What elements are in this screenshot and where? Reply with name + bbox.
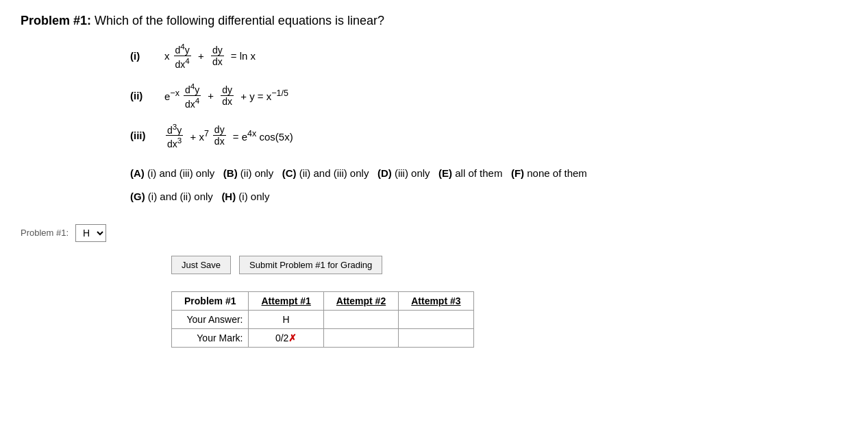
equation-ii: (ii) e−x d4y dx4 + dy dx + y = x−1/5 (130, 82, 847, 109)
table-row-answer: Your Answer: H (172, 310, 474, 328)
table-header-attempt3: Attempt #3 (399, 291, 473, 310)
answers-block: (A) (i) and (iii) only (B) (ii) only (C)… (130, 163, 847, 207)
answer-row-1: (A) (i) and (iii) only (B) (ii) only (C)… (130, 163, 847, 184)
eq-label-i: (i) (130, 50, 164, 62)
your-mark-label: Your Mark: (172, 328, 249, 347)
attempt2-mark (323, 328, 398, 347)
buttons-row: Just Save Submit Problem #1 for Grading (171, 256, 847, 274)
eq-content-i: x d4y dx4 + dy dx = ln x (164, 42, 256, 69)
eq-label-ii: (ii) (130, 90, 164, 101)
problem-title: Problem #1: Which of the following diffe… (21, 14, 847, 28)
attempt3-mark (399, 328, 473, 347)
problem-question: Which of the following differential equa… (95, 14, 384, 27)
your-answer-label: Your Answer: (172, 310, 249, 328)
just-save-button[interactable]: Just Save (171, 256, 231, 274)
table-row-mark: Your Mark: 0/2✗ (172, 328, 474, 347)
equation-i: (i) x d4y dx4 + dy dx = ln x (130, 42, 847, 69)
table-header-attempt2: Attempt #2 (323, 291, 398, 310)
submit-button[interactable]: Submit Problem #1 for Grading (239, 256, 382, 274)
attempt1-answer: H (249, 310, 323, 328)
mark-wrong-icon: ✗ (288, 332, 297, 343)
eq-content-iii: d3y dx3 + x7 dy dx = e4x cos(5x) (164, 122, 293, 149)
attempt1-mark: 0/2✗ (249, 328, 323, 347)
attempt3-answer (399, 310, 473, 328)
problem-answer-label: Problem #1: (21, 228, 69, 238)
problem-number: Problem #1: (21, 14, 91, 27)
equation-iii: (iii) d3y dx3 + x7 dy dx = e4x cos(5x) (130, 122, 847, 149)
eq-label-iii: (iii) (130, 130, 164, 141)
table-header-problem: Problem #1 (172, 291, 249, 310)
answer-row-2: (G) (i) and (ii) only (H) (i) only (130, 186, 847, 207)
table-header-attempt1: Attempt #1 (249, 291, 323, 310)
eq-content-ii: e−x d4y dx4 + dy dx + y = x−1/5 (164, 82, 288, 109)
answer-dropdown[interactable]: H A B C D E F G (75, 224, 106, 242)
attempt2-answer (323, 310, 398, 328)
equations-block: (i) x d4y dx4 + dy dx = ln x (ii) e−x d4… (130, 42, 847, 149)
results-table: Problem #1 Attempt #1 Attempt #2 Attempt… (171, 291, 474, 348)
problem-answer-row: Problem #1: H A B C D E F G (21, 224, 847, 242)
